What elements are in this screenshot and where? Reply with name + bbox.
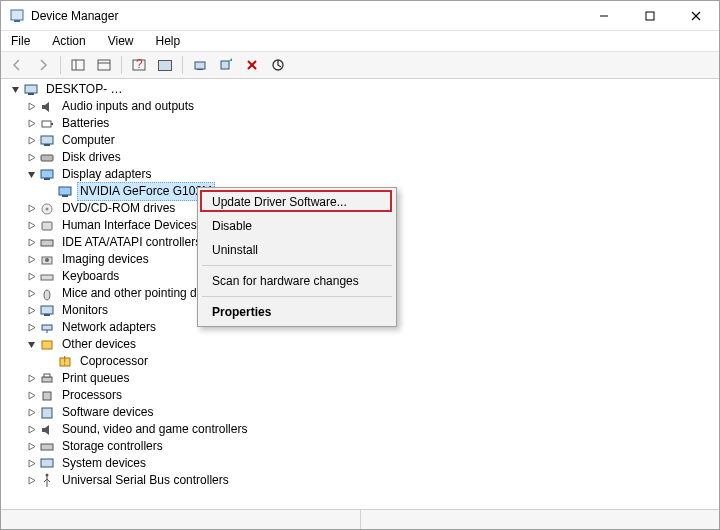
context-menu-uninstall[interactable]: Uninstall <box>200 238 394 262</box>
minimize-button[interactable] <box>581 1 627 30</box>
menu-view[interactable]: View <box>104 32 138 50</box>
device-tree[interactable]: DESKTOP- … Audio inputs and outputs Batt… <box>1 79 719 509</box>
svg-rect-38 <box>44 314 50 316</box>
status-bar <box>1 509 719 529</box>
tree-item-disk[interactable]: Disk drives <box>25 149 719 166</box>
tree-item-printq[interactable]: Print queues <box>25 370 719 387</box>
tree-item-computer[interactable]: Computer <box>25 132 719 149</box>
mouse-icon <box>39 286 55 302</box>
show-hide-tree-button[interactable] <box>66 54 90 76</box>
caret-down-icon[interactable] <box>25 339 37 351</box>
caret-right-icon[interactable] <box>25 424 37 436</box>
svg-rect-46 <box>43 392 51 400</box>
svg-rect-41 <box>42 341 52 349</box>
update-driver-button[interactable] <box>188 54 212 76</box>
tree-item-batteries[interactable]: Batteries <box>25 115 719 132</box>
disk-icon <box>39 150 55 166</box>
context-menu-properties[interactable]: Properties <box>200 300 394 324</box>
svg-rect-23 <box>44 144 50 146</box>
svg-rect-18 <box>25 85 37 93</box>
caret-down-icon[interactable] <box>9 84 21 96</box>
storage-icon <box>39 439 55 455</box>
menu-action[interactable]: Action <box>48 32 89 50</box>
svg-rect-0 <box>11 10 23 20</box>
svg-rect-48 <box>41 444 53 450</box>
context-menu-update-driver[interactable]: Update Driver Software... <box>200 190 394 214</box>
back-button[interactable] <box>5 54 29 76</box>
tree-item-audio[interactable]: Audio inputs and outputs <box>25 98 719 115</box>
toolbar-separator <box>182 56 183 74</box>
caret-right-icon[interactable] <box>25 203 37 215</box>
svg-rect-13 <box>197 69 203 70</box>
monitor-icon <box>39 303 55 319</box>
svg-rect-8 <box>98 60 110 70</box>
caret-right-icon[interactable] <box>25 254 37 266</box>
svg-text:!: ! <box>63 354 66 368</box>
scan-hardware-button[interactable] <box>214 54 238 76</box>
app-icon <box>9 8 25 24</box>
caret-right-icon[interactable] <box>25 407 37 419</box>
tree-item-coprocessor[interactable]: ! Coprocessor <box>43 353 719 370</box>
svg-rect-27 <box>59 187 71 195</box>
properties-button[interactable] <box>92 54 116 76</box>
tree-item-usb[interactable]: Universal Serial Bus controllers <box>25 472 719 489</box>
tree-item-display-adapters[interactable]: Display adapters <box>25 166 719 183</box>
system-icon <box>39 456 55 472</box>
tree-item-processors[interactable]: Processors <box>25 387 719 404</box>
context-menu-scan[interactable]: Scan for hardware changes <box>200 269 394 293</box>
svg-rect-32 <box>41 240 53 246</box>
caret-right-icon[interactable] <box>25 458 37 470</box>
context-menu: Update Driver Software... Disable Uninst… <box>197 187 397 327</box>
caret-right-icon[interactable] <box>25 288 37 300</box>
tree-item-system[interactable]: System devices <box>25 455 719 472</box>
tree-item-other-devices[interactable]: Other devices <box>25 336 719 353</box>
disable-button[interactable] <box>266 54 290 76</box>
caret-right-icon[interactable] <box>25 220 37 232</box>
svg-rect-25 <box>41 170 53 178</box>
caret-right-icon[interactable] <box>25 475 37 487</box>
uninstall-button[interactable] <box>240 54 264 76</box>
menu-help[interactable]: Help <box>152 32 185 50</box>
svg-rect-22 <box>41 136 53 144</box>
caret-right-icon[interactable] <box>25 305 37 317</box>
caret-right-icon[interactable] <box>25 373 37 385</box>
menu-file[interactable]: File <box>7 32 34 50</box>
svg-rect-28 <box>62 195 68 197</box>
forward-button[interactable] <box>31 54 55 76</box>
svg-rect-20 <box>42 121 51 127</box>
software-icon <box>39 405 55 421</box>
caret-right-icon[interactable] <box>25 441 37 453</box>
caret-right-icon[interactable] <box>25 237 37 249</box>
toolbar: ? <box>1 51 719 79</box>
caret-none <box>43 356 55 368</box>
caret-down-icon[interactable] <box>25 169 37 181</box>
maximize-button[interactable] <box>627 1 673 30</box>
caret-right-icon[interactable] <box>25 152 37 164</box>
context-menu-separator <box>202 296 392 297</box>
caret-right-icon[interactable] <box>25 135 37 147</box>
tree-item-sound[interactable]: Sound, video and game controllers <box>25 421 719 438</box>
window-controls <box>581 1 719 30</box>
titlebar: Device Manager <box>1 1 719 31</box>
caret-right-icon[interactable] <box>25 118 37 130</box>
close-button[interactable] <box>673 1 719 30</box>
caret-right-icon[interactable] <box>25 101 37 113</box>
caret-right-icon[interactable] <box>25 322 37 334</box>
tree-item-storage[interactable]: Storage controllers <box>25 438 719 455</box>
context-menu-disable[interactable]: Disable <box>200 214 394 238</box>
svg-rect-14 <box>221 61 229 69</box>
toolbar-icon[interactable] <box>153 54 177 76</box>
svg-point-34 <box>45 258 49 262</box>
usb-icon <box>39 473 55 489</box>
dvd-icon <box>39 201 55 217</box>
tree-root[interactable]: DESKTOP- … <box>7 81 719 98</box>
help-button[interactable]: ? <box>127 54 151 76</box>
caret-right-icon[interactable] <box>25 390 37 402</box>
tree-item-software[interactable]: Software devices <box>25 404 719 421</box>
svg-rect-31 <box>42 222 52 230</box>
caret-right-icon[interactable] <box>25 271 37 283</box>
svg-rect-24 <box>41 155 53 161</box>
keyboard-icon <box>39 269 55 285</box>
toolbar-separator <box>121 56 122 74</box>
computer-icon <box>39 133 55 149</box>
